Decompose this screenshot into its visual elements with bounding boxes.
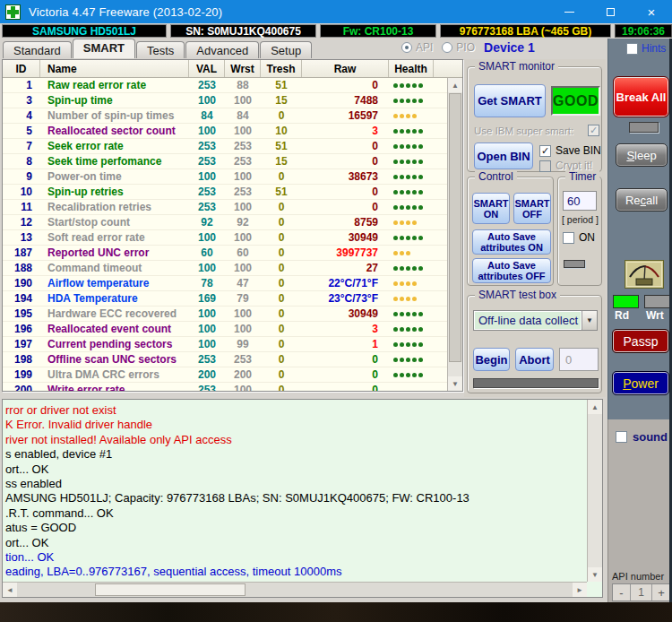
chevron-down-icon[interactable]: ▼: [582, 311, 597, 330]
column-header-health[interactable]: Health: [389, 60, 434, 77]
cell-raw: 23°C/73°F: [302, 291, 389, 306]
health-dot-icon: [393, 281, 398, 286]
break-all-button[interactable]: Break All: [613, 76, 669, 117]
table-row[interactable]: 3Spin-up time100100157488: [3, 93, 447, 108]
table-row[interactable]: 8Seek time perfomance253253150: [3, 154, 447, 169]
table-row[interactable]: 1Raw read error rate25388510: [3, 78, 447, 93]
health-dot-icon: [400, 358, 404, 362]
close-button[interactable]: ×: [631, 0, 672, 23]
table-row[interactable]: 188Command timeout100100027: [3, 261, 447, 276]
table-row[interactable]: 190Airflow temperature7847022°C/71°F: [3, 276, 447, 291]
health-dot-icon: [418, 175, 423, 179]
column-header-val[interactable]: VAL: [189, 60, 225, 77]
cell-name: Spin-up time: [40, 93, 189, 108]
column-header-name[interactable]: Name: [40, 60, 189, 77]
table-row[interactable]: 194HDA Temperature16979023°C/73°F: [3, 291, 447, 307]
test-type-dropdown[interactable]: Off-line data collect ▼: [473, 310, 598, 331]
health-dot-icon: [406, 327, 410, 332]
autosave-on-button[interactable]: Auto Save attributes ON: [472, 229, 551, 255]
smart-off-button[interactable]: SMART OFF: [513, 193, 551, 224]
health-dot-icon: [393, 144, 398, 149]
table-row[interactable]: 196Reallocated event count10010003: [3, 322, 447, 337]
test-counter-field[interactable]: 0: [559, 348, 599, 371]
tab-smart[interactable]: SMART: [73, 39, 135, 58]
health-dot-icon: [418, 236, 423, 240]
table-row[interactable]: 11Recalibration retries25310000: [3, 200, 447, 215]
table-row[interactable]: 200Write error rate25310000: [3, 383, 447, 391]
health-dot-icon: [406, 129, 410, 134]
scroll-down-icon[interactable]: ▼: [448, 376, 462, 391]
health-dot-icon: [393, 114, 398, 118]
tab-standard[interactable]: Standard: [3, 41, 72, 58]
table-row[interactable]: 5Reallocated sector count100100103: [3, 124, 447, 139]
table-row[interactable]: 12Start/stop count929208759: [3, 215, 447, 230]
drive-info-bar: SAMSUNG HD501LJ SN: S0MUJ1KQ400675 Fw: C…: [0, 23, 672, 39]
tab-advanced[interactable]: Advanced: [185, 41, 259, 58]
log-vertical-scrollbar[interactable]: ▲ ▼: [587, 400, 602, 582]
cell-val: 100: [189, 230, 225, 245]
clock: 19:06:36: [615, 24, 672, 38]
health-dot-icon: [400, 83, 404, 88]
get-smart-button[interactable]: Get SMART: [474, 84, 546, 117]
table-row[interactable]: 9Power-on time100100038673: [3, 169, 447, 185]
passp-button[interactable]: Passp: [612, 329, 669, 353]
minimize-button[interactable]: [548, 0, 590, 23]
table-scrollbar[interactable]: ▲ ▼: [447, 78, 462, 391]
health-dot-icon: [400, 312, 404, 316]
table-row[interactable]: 7Seek error rate253253510: [3, 139, 447, 154]
table-row[interactable]: 13Soft read error rate100100030949: [3, 230, 447, 246]
table-row[interactable]: 197Current pending sectors1009901: [3, 337, 447, 352]
health-dot-icon: [400, 205, 404, 210]
cell-id: 194: [3, 291, 40, 306]
column-header-tresh[interactable]: Tresh: [261, 60, 302, 77]
power-button[interactable]: Power: [612, 371, 669, 395]
log-horizontal-scrollbar[interactable]: ◄ ►: [3, 582, 587, 597]
log-scroll-down-icon[interactable]: ▼: [588, 567, 602, 582]
table-row[interactable]: 195Hardware ECC recovered100100030949: [3, 307, 447, 322]
cell-raw: 3997737: [302, 246, 389, 260]
api-number-increment-button[interactable]: +: [652, 584, 670, 600]
api-radio[interactable]: [401, 42, 412, 53]
health-dot-icon: [393, 342, 398, 347]
sound-checkbox[interactable]: [616, 431, 627, 443]
column-header-wrst[interactable]: Wrst: [225, 60, 261, 77]
autosave-off-button[interactable]: Auto Save attributes OFF: [472, 258, 551, 283]
table-row[interactable]: 10Spin-up retries253253510: [3, 185, 447, 200]
abort-button[interactable]: Abort: [515, 348, 554, 371]
tab-tests[interactable]: Tests: [136, 41, 185, 58]
health-dot-icon: [393, 266, 398, 271]
log-scroll-right-icon[interactable]: ►: [573, 583, 587, 597]
tab-setup[interactable]: Setup: [260, 41, 312, 58]
save-bin-checkbox[interactable]: ✓: [539, 145, 551, 157]
maximize-button[interactable]: [590, 0, 631, 23]
recall-button[interactable]: Recall: [616, 188, 668, 212]
scroll-up-icon[interactable]: ▲: [448, 78, 462, 92]
log-panel: rror or driver not existK Error. Invalid…: [2, 399, 603, 598]
table-row[interactable]: 4Number of spin-up times8484016597: [3, 108, 447, 124]
timer-period-input[interactable]: 60: [563, 191, 597, 211]
table-row[interactable]: 198Offline scan UNC sectors25325300: [3, 352, 447, 367]
column-header-id[interactable]: ID: [3, 60, 40, 77]
pio-radio[interactable]: [442, 42, 452, 53]
device-label[interactable]: Device 1: [484, 40, 535, 55]
timer-on-checkbox[interactable]: [563, 232, 574, 244]
open-bin-button[interactable]: Open BIN: [474, 143, 533, 169]
drive-model: SAMSUNG HD501LJ: [2, 24, 167, 38]
health-dot-icon: [418, 373, 423, 377]
table-scrollbar-thumb[interactable]: [449, 93, 461, 362]
log-scroll-up-icon[interactable]: ▲: [588, 400, 602, 414]
smart-on-button[interactable]: SMART ON: [472, 193, 510, 224]
health-dot-icon: [418, 160, 423, 164]
hints-checkbox[interactable]: [626, 43, 638, 55]
table-row[interactable]: 187Reported UNC error606003997737: [3, 246, 447, 261]
sleep-button[interactable]: Sleep: [616, 143, 668, 167]
begin-button[interactable]: Begin: [473, 348, 510, 371]
table-row[interactable]: 199Ultra DMA CRC errors20020000: [3, 367, 447, 383]
log-hscrollbar-thumb[interactable]: [95, 583, 246, 596]
health-dot-icon: [393, 129, 398, 134]
log-scroll-left-icon[interactable]: ◄: [3, 583, 17, 597]
column-header-raw[interactable]: Raw: [302, 60, 389, 77]
cell-wrst: 84: [225, 108, 261, 123]
cell-val: 253: [189, 352, 225, 367]
api-number-decrement-button[interactable]: -: [613, 584, 631, 600]
